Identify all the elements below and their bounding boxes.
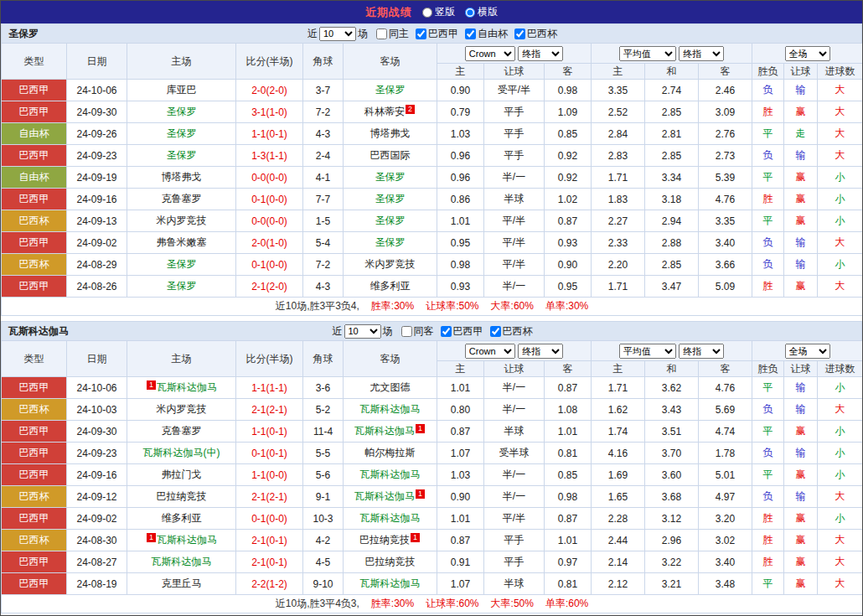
league-filter-checkbox[interactable] — [514, 28, 525, 39]
layout-option-horizontal[interactable]: 横版 — [465, 5, 498, 19]
avg-source-select[interactable]: 平均值 — [619, 344, 676, 359]
away-team-name[interactable]: 巴拉纳竞技 — [365, 556, 416, 567]
league-filter-checkbox[interactable] — [465, 28, 476, 39]
away-team-name[interactable]: 圣保罗 — [375, 171, 406, 183]
score[interactable]: 1-1(0-1) — [236, 123, 303, 145]
odds-stage-select[interactable]: 终指 — [518, 46, 563, 61]
horizontal-radio[interactable] — [465, 8, 475, 18]
score[interactable]: 0-0(0-0) — [236, 167, 303, 189]
away-team-name[interactable]: 博塔弗戈 — [370, 127, 411, 139]
home-team-name[interactable]: 米内罗竞技 — [157, 403, 207, 415]
home-team-name[interactable]: 弗鲁米嫩塞 — [157, 236, 207, 248]
home-team-name[interactable]: 瓦斯科达伽马 — [152, 556, 212, 567]
score[interactable]: 1-1(0-1) — [236, 421, 303, 443]
result-goals: 大 — [818, 123, 863, 145]
same-venue-checkbox[interactable] — [376, 28, 387, 39]
away-team-name[interactable]: 瓦斯科达伽马 — [354, 490, 415, 502]
away-team-name[interactable]: 维多利亚 — [370, 280, 411, 292]
score[interactable]: 0-1(0-1) — [236, 443, 303, 464]
league-filter[interactable]: 自由杯 — [465, 27, 508, 41]
vertical-radio[interactable] — [422, 8, 432, 18]
full-match-select[interactable]: 全场 — [785, 46, 830, 61]
home-team-name[interactable]: 圣保罗 — [167, 149, 197, 161]
home-team-name[interactable]: 博塔弗戈 — [162, 171, 202, 183]
home-team-name[interactable]: 瓦斯科达伽马 — [157, 534, 217, 546]
match-count-select[interactable]: 10 — [344, 324, 381, 339]
away-team-name[interactable]: 帕尔梅拉斯 — [365, 447, 416, 458]
away-team-name[interactable]: 圣保罗 — [375, 215, 406, 226]
same-venue-filter[interactable]: 同客 — [401, 324, 434, 339]
away-team-name[interactable]: 瓦斯科达伽马 — [354, 425, 415, 437]
away-team-cell: 巴西国际 — [344, 145, 437, 167]
odds-source-select[interactable]: Crown — [465, 344, 515, 359]
home-team-name[interactable]: 圣保罗 — [167, 106, 197, 117]
away-team-name[interactable]: 圣保罗 — [375, 236, 406, 248]
same-venue-checkbox[interactable] — [401, 326, 412, 337]
same-venue-filter[interactable]: 同主 — [376, 27, 409, 41]
full-match-select[interactable]: 全场 — [785, 344, 830, 359]
avg-source-select[interactable]: 平均值 — [619, 46, 676, 61]
score[interactable]: 1-1(0-0) — [236, 464, 303, 486]
score[interactable]: 2-1(0-1) — [236, 551, 303, 573]
odds-home: 0.95 — [437, 232, 484, 254]
avg-stage-select[interactable]: 终指 — [679, 344, 724, 359]
team-name[interactable]: 圣保罗 — [8, 27, 39, 41]
home-team-name[interactable]: 克里丘马 — [162, 577, 202, 589]
away-team-name[interactable]: 科林蒂安 — [364, 106, 405, 117]
league-filter[interactable]: 巴西甲 — [441, 324, 483, 339]
score[interactable]: 1-1(1-1) — [236, 377, 303, 399]
home-team-name[interactable]: 克鲁塞罗 — [162, 425, 202, 437]
score[interactable]: 0-0(0-0) — [236, 210, 303, 232]
league-filter-checkbox[interactable] — [416, 28, 426, 39]
away-team-name[interactable]: 尤文图德 — [370, 381, 411, 393]
home-team-name[interactable]: 维多利亚 — [162, 512, 202, 524]
avg-stage-select[interactable]: 终指 — [679, 46, 724, 61]
league-filter[interactable]: 巴西甲 — [416, 27, 458, 41]
score[interactable]: 2-1(2-0) — [236, 276, 303, 298]
odds-away: 1.01 — [545, 530, 592, 551]
home-team-name[interactable]: 瓦斯科达伽马 — [157, 381, 217, 393]
match-count-select[interactable]: 10 — [319, 27, 356, 41]
home-team-name[interactable]: 圣保罗 — [167, 258, 197, 270]
home-team-name[interactable]: 巴拉纳竞技 — [157, 490, 207, 502]
score[interactable]: 2-2(1-2) — [236, 573, 303, 595]
home-team-name[interactable]: 库亚巴 — [167, 84, 197, 96]
score[interactable]: 2-1(2-1) — [236, 399, 303, 421]
score[interactable]: 2-1(0-1) — [236, 530, 303, 551]
odds-stage-select[interactable]: 终指 — [518, 344, 563, 359]
away-team-name[interactable]: 巴西国际 — [370, 149, 411, 161]
away-team-name[interactable]: 圣保罗 — [375, 193, 406, 204]
score[interactable]: 0-1(0-0) — [236, 189, 303, 210]
home-team-name[interactable]: 圣保罗 — [167, 127, 197, 139]
score[interactable]: 0-1(0-0) — [236, 254, 303, 276]
league-filter-checkbox[interactable] — [441, 326, 452, 337]
home-team-name[interactable]: 瓦斯科达伽马(中) — [143, 447, 220, 458]
home-team-name[interactable]: 圣保罗 — [167, 280, 197, 292]
away-team-name[interactable]: 瓦斯科达伽马 — [360, 403, 421, 415]
away-team-name[interactable]: 米内罗竞技 — [365, 258, 416, 270]
away-team-name[interactable]: 巴拉纳竞技 — [359, 534, 410, 546]
home-team-name[interactable]: 克鲁塞罗 — [162, 193, 202, 204]
score[interactable]: 2-1(2-1) — [236, 486, 303, 508]
odds-away: 0.87 — [545, 210, 592, 232]
away-team-name[interactable]: 瓦斯科达伽马 — [360, 577, 421, 589]
away-team-name[interactable]: 瓦斯科达伽马 — [360, 468, 421, 480]
home-team-name[interactable]: 弗拉门戈 — [162, 468, 202, 480]
home-team-cell: 瓦斯科达伽马(中) — [127, 443, 236, 464]
team-name[interactable]: 瓦斯科达伽马 — [8, 324, 69, 339]
league-filter-checkbox[interactable] — [490, 326, 501, 337]
score[interactable]: 2-0(1-0) — [236, 232, 303, 254]
league-filter[interactable]: 巴西杯 — [490, 324, 533, 339]
home-team-name[interactable]: 米内罗竞技 — [157, 215, 207, 226]
score[interactable]: 3-1(1-0) — [236, 101, 303, 123]
league-badge: 巴西杯 — [2, 254, 67, 276]
league-filter[interactable]: 巴西杯 — [514, 27, 557, 41]
layout-option-vertical[interactable]: 竖版 — [422, 5, 455, 19]
result-winloss: 平 — [752, 377, 784, 399]
away-team-name[interactable]: 圣保罗 — [375, 84, 406, 96]
score[interactable]: 0-1(0-0) — [236, 508, 303, 530]
score[interactable]: 2-0(2-0) — [236, 80, 303, 101]
score[interactable]: 1-3(1-1) — [236, 145, 303, 167]
away-team-name[interactable]: 瓦斯科达伽马 — [360, 512, 421, 524]
odds-source-select[interactable]: Crown — [465, 46, 515, 61]
